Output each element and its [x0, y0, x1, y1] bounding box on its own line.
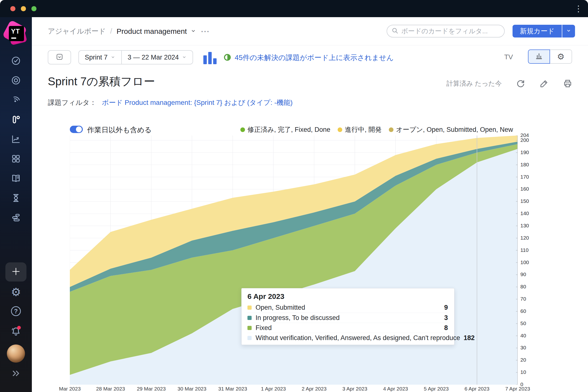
agile-board-icon [10, 114, 21, 126]
chart-legend: 修正済み, 完了, Fixed, Done進行中, 開発オープン, Open, … [240, 125, 513, 134]
sidebar-item-grid[interactable] [0, 150, 32, 169]
more-options-icon[interactable]: ⋯ [201, 29, 210, 34]
breadcrumb-section[interactable]: アジャイルボード [48, 26, 106, 36]
refresh-button[interactable] [516, 79, 525, 88]
chevron-down-icon [182, 54, 187, 61]
legend-item[interactable]: 修正済み, 完了, Fixed, Done [240, 125, 330, 134]
calculated-status: 計算済み たった今 [446, 79, 502, 88]
chart-tooltip: 6 Apr 2023 Open, Submitted9In progress, … [241, 288, 454, 345]
sidebar-item-agile-board[interactable] [0, 110, 32, 130]
x-axis-date-label: 3 Apr 2023 [342, 386, 368, 392]
new-card-button-group: 新規カード [512, 25, 575, 38]
sidebar-item-knowledge-book[interactable] [0, 169, 32, 189]
legend-dot-icon [240, 128, 245, 132]
report-meta: 計算済み たった今 [446, 79, 572, 88]
chart-view-button[interactable] [528, 50, 550, 64]
sidebar-item-help[interactable]: ? [0, 301, 32, 321]
breadcrumb-current-board[interactable]: Product management [116, 27, 187, 36]
window-zoom-button[interactable] [31, 6, 36, 11]
y-axis-tick-label: 20 [520, 357, 526, 363]
chart-settings-button[interactable]: ⚙ [550, 50, 572, 64]
tooltip-swatch-icon [248, 326, 252, 330]
app-header: アジャイルボード / Product management ⋯ 新規カード [32, 17, 588, 45]
x-axis-date-label: 29 Mar 2023 [137, 386, 166, 392]
window-titlebar: ⋮ [0, 0, 588, 17]
radar-icon [10, 94, 21, 106]
filter-label: 課題フィルタ： [48, 98, 96, 107]
legend-label: 進行中, 開発 [345, 125, 382, 134]
filter-query-link[interactable]: ボード Product management: {Sprint 7} および (… [102, 98, 293, 107]
sidebar-item-timesheet-hourglass[interactable] [0, 189, 32, 208]
y-axis-tick-label: 50 [520, 320, 526, 326]
gear-icon: ⚙ [11, 286, 21, 298]
sidebar-item-report-trend[interactable] [0, 130, 32, 150]
view-toggle: ⚙ [528, 50, 572, 64]
user-avatar[interactable] [7, 344, 25, 362]
y-axis-tick-label: 110 [520, 247, 528, 253]
window-close-button[interactable] [10, 6, 16, 11]
y-axis-tick-label: 60 [520, 308, 526, 314]
sidebar-item-target[interactable] [0, 71, 32, 91]
legend-item[interactable]: 進行中, 開発 [338, 125, 382, 134]
y-axis-tick-label: 190 [520, 150, 529, 155]
chevron-down-icon [566, 28, 571, 34]
tv-mode-button[interactable]: TV [504, 53, 513, 61]
x-axis-date-label: 28 Mar 2023 [96, 386, 125, 392]
double-chevron-right-icon [10, 368, 21, 380]
gantt-icon [10, 212, 21, 224]
tooltip-row: Fixed8 [248, 323, 448, 333]
sidebar-item-notifications[interactable] [0, 322, 32, 341]
sidebar-item-radar[interactable] [0, 91, 32, 110]
new-card-button[interactable]: 新規カード [512, 25, 562, 38]
include-nonworking-days-toggle[interactable] [70, 126, 83, 133]
cfd-plot[interactable] [70, 136, 518, 385]
y-axis-tick-label: 90 [520, 272, 526, 277]
sidebar-item-tasks-check[interactable] [0, 52, 32, 71]
window-minimize-button[interactable] [21, 6, 26, 11]
search-icon [392, 27, 398, 35]
bar-chart-icon [535, 52, 543, 61]
breadcrumb-separator: / [110, 27, 112, 35]
edit-pencil-button[interactable] [540, 79, 549, 88]
y-axis-tick-label: 40 [520, 333, 526, 338]
youtrack-logo[interactable]: YT [3, 20, 28, 46]
issue-filter-row: 課題フィルタ： ボード Product management: {Sprint … [48, 98, 292, 107]
board-selector-button[interactable] [48, 50, 71, 64]
tooltip-row: Without verification, Verified, Answered… [248, 333, 448, 343]
sidebar-item-settings[interactable]: ⚙ [0, 282, 32, 302]
y-axis-tick-label: 100 [520, 260, 529, 265]
print-button[interactable] [563, 79, 572, 88]
sidebar-item-gantt[interactable] [0, 208, 32, 228]
cumulative-flow-chart [70, 136, 518, 385]
x-axis-date-label: Mar 2023 [59, 386, 81, 392]
sprint-selector[interactable]: Sprint 7 [79, 51, 121, 64]
tooltip-row-value: 3 [444, 314, 448, 322]
y-axis-tick-label: 170 [520, 174, 529, 180]
timesheet-hourglass-icon [10, 192, 21, 204]
browser-menu-icon[interactable]: ⋮ [574, 4, 582, 13]
page-title: Sprint 7の累積フロー [48, 74, 155, 89]
unresolved-issues-link[interactable]: 45件の未解決の課題がボード上に表示されません [235, 53, 394, 63]
progress-donut-icon [224, 54, 231, 62]
legend-item[interactable]: オープン, Open, Submitted, Open, New [389, 125, 513, 134]
sprint-progress-chart-icon[interactable] [203, 52, 217, 64]
sidebar-collapse-button[interactable] [0, 366, 32, 381]
breadcrumb: アジャイルボード / Product management ⋯ [48, 17, 210, 45]
y-axis-tick-label: 140 [520, 210, 529, 216]
grid-icon [10, 153, 21, 165]
gear-icon: ⚙ [557, 52, 564, 61]
date-range-selector[interactable]: 3 — 22 Mar 2024 [122, 51, 192, 64]
toggle-label: 作業日以外も含める [87, 125, 152, 135]
new-card-dropdown-button[interactable] [562, 25, 575, 38]
search-input[interactable] [401, 28, 500, 35]
sprint-date-selector: Sprint 7 3 — 22 Mar 2024 [78, 50, 193, 64]
main-content: アジャイルボード / Product management ⋯ 新規カード [32, 17, 588, 392]
help-icon: ? [11, 306, 21, 316]
y-axis-tick-label: 30 [520, 345, 526, 350]
create-button[interactable] [6, 262, 26, 282]
y-axis-tick-label: 80 [520, 284, 526, 290]
logo-box: YT [9, 26, 24, 41]
legend-label: オープン, Open, Submitted, Open, New [396, 125, 513, 134]
tooltip-row: In progress, To be discussed3 [248, 312, 448, 323]
chevron-down-icon[interactable] [190, 28, 196, 35]
